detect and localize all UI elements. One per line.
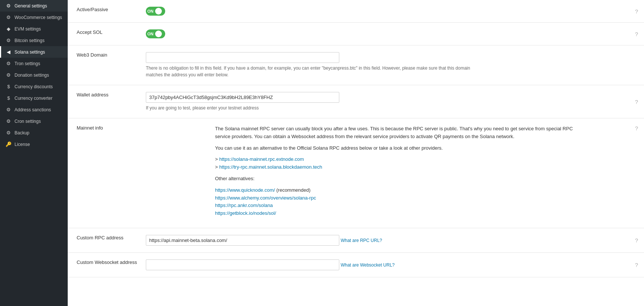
sidebar-item-label: Solana settings [15,50,45,55]
mainnet-info-content: The Solana mainnet RPC server can usuall… [215,125,580,217]
sidebar-item-cron-settings[interactable]: ⚙ Cron settings [0,115,68,127]
mainnet-link2[interactable]: https://try-rpc.mainnet.solana.blockdaem… [219,164,322,170]
web3-domain-input[interactable] [146,52,339,63]
mainnet-info-label: Mainnet info [77,125,144,131]
custom-rpc-section: Custom RPC address What are RPC URL? ? [68,228,644,253]
sidebar-item-donation-settings[interactable]: ⚙ Donation settings [0,69,68,81]
alt-link3[interactable]: https://rpc.ankr.com/solana [215,203,273,208]
accept-sol-section: Accept SOL ON ? [68,23,644,45]
wallet-address-help-text: If you are going to test, please enter y… [146,105,481,111]
sidebar-item-backup[interactable]: ⚙ Backup [0,127,68,138]
wallet-address-label: Wallet address [77,92,144,98]
sidebar: ⚙ General settings ⚙ WooCommerce setting… [0,0,68,306]
wallet-address-content: If you are going to test, please enter y… [146,92,481,111]
custom-rpc-label: Custom RPC address [77,235,144,240]
active-passive-toggle[interactable]: ON [146,7,165,16]
sidebar-item-address-sanctions[interactable]: ⚙ Address sanctions [0,104,68,115]
accept-sol-label: Accept SOL [77,29,144,35]
sidebar-item-label: WooCommerce settings [15,15,62,20]
web3-domain-label: Web3 Domain [77,52,144,58]
sidebar-item-license[interactable]: 🔑 License [0,138,68,150]
wallet-address-input[interactable] [146,92,339,103]
mainnet-info-section: Mainnet info The Solana mainnet RPC serv… [68,118,644,228]
gear-icon: ⚙ [6,130,12,136]
sidebar-item-label: General settings [15,3,47,9]
active-passive-label: Active/Passive [77,7,144,12]
sidebar-item-tron-settings[interactable]: ⚙ Tron settings [0,58,68,69]
sidebar-item-label: Currency discounts [15,84,53,89]
sidebar-item-label: Cron settings [15,119,41,124]
mainnet-info-help-icon[interactable]: ? [635,125,638,131]
custom-websocket-section: Custom Websocket address What are Websoc… [68,253,644,277]
active-passive-content: ON [146,7,481,16]
gear-icon: ⚙ [6,3,12,9]
sidebar-item-currency-discounts[interactable]: $ Currency discounts [0,81,68,92]
custom-websocket-input[interactable] [146,259,339,270]
chevron-icon: ◀ [6,49,12,55]
alt-link4[interactable]: https://getblock.io/nodes/sol/ [215,210,276,216]
custom-websocket-label: Custom Websocket address [77,259,144,265]
gear-icon: ⚙ [6,61,12,66]
accept-sol-help-icon[interactable]: ? [635,31,638,37]
mainnet-info-other-alternatives: Other alternatives: [215,175,580,183]
accept-sol-toggle-knob [155,31,162,37]
sidebar-item-label: Donation settings [15,73,49,78]
active-passive-help-icon[interactable]: ? [635,8,638,15]
gear-icon: ⚙ [6,118,12,124]
custom-rpc-help-link[interactable]: What are RPC URL? [341,238,382,243]
web3-domain-section: Web3 Domain There is no obligation to fi… [68,45,644,85]
alt-link1[interactable]: https://www.quicknode.com/ [215,187,275,193]
active-passive-toggle-label: ON [147,9,154,13]
accept-sol-toggle[interactable]: ON [146,29,165,38]
gear-icon: ⚙ [6,38,12,43]
mainnet-info-paragraph2: You can use it as an alternative to the … [215,144,580,152]
active-passive-toggle-wrap: ON [146,7,481,16]
sidebar-item-currency-converter[interactable]: $ Currency converter [0,92,68,104]
mainnet-link1[interactable]: https://solana-mainnet.rpc.extnode.com [219,156,304,162]
gear-icon: ⚙ [6,15,12,20]
gear-icon: ⚙ [6,107,12,112]
sidebar-item-label: License [15,142,30,147]
mainnet-info-paragraph1: The Solana mainnet RPC server can usuall… [215,125,580,141]
web3-domain-help-text: There is no obligation to fill in this f… [146,65,481,78]
active-passive-section: Active/Passive ON ? [68,0,644,23]
custom-rpc-content: What are RPC URL? [146,235,481,246]
accept-sol-toggle-wrap: ON [146,29,481,38]
wallet-address-section: Wallet address If you are going to test,… [68,85,644,118]
custom-websocket-help-icon[interactable]: ? [635,262,638,268]
custom-websocket-content: What are Websocket URL? [146,259,481,270]
sidebar-item-label: Address sanctions [15,107,51,112]
key-icon: 🔑 [6,141,12,147]
sidebar-item-label: EVM settings [15,26,41,32]
custom-rpc-help-icon[interactable]: ? [635,237,638,243]
web3-domain-content: There is no obligation to fill in this f… [146,52,481,78]
sidebar-item-label: Backup [15,130,29,136]
diamond-icon: ◆ [6,26,12,32]
gear-icon: ⚙ [6,72,12,78]
mainnet-info-alt-links: https://www.quicknode.com/ (recommended)… [215,187,580,217]
custom-rpc-input[interactable] [146,235,339,246]
sidebar-item-solana-settings[interactable]: ◀ Solana settings [0,46,68,58]
accept-sol-toggle-label: ON [147,32,154,36]
sidebar-item-evm-settings[interactable]: ◆ EVM settings [0,23,68,35]
sidebar-item-bitcoin-settings[interactable]: ⚙ Bitcoin settings [0,35,68,46]
dollar-icon: $ [6,95,12,101]
sidebar-item-general-settings[interactable]: ⚙ General settings [0,0,68,12]
sidebar-item-woocommerce-settings[interactable]: ⚙ WooCommerce settings [0,12,68,23]
mainnet-info-links: > https://solana-mainnet.rpc.extnode.com… [215,156,580,171]
sidebar-item-label: Bitcoin settings [15,38,45,43]
main-content: Active/Passive ON ? Accept SOL ON ? We [68,0,644,306]
custom-websocket-help-link[interactable]: What are Websocket URL? [341,262,395,268]
sidebar-item-label: Currency converter [15,96,52,101]
wallet-address-help-icon[interactable]: ? [635,99,638,105]
active-passive-toggle-knob [155,8,162,15]
alt-link2[interactable]: https://www.alchemy.com/overviews/solana… [215,195,316,201]
sidebar-item-label: Tron settings [15,61,40,66]
accept-sol-content: ON [146,29,481,38]
dollar-icon: $ [6,84,12,89]
alt-link1-suffix: (recommended) [275,187,310,193]
